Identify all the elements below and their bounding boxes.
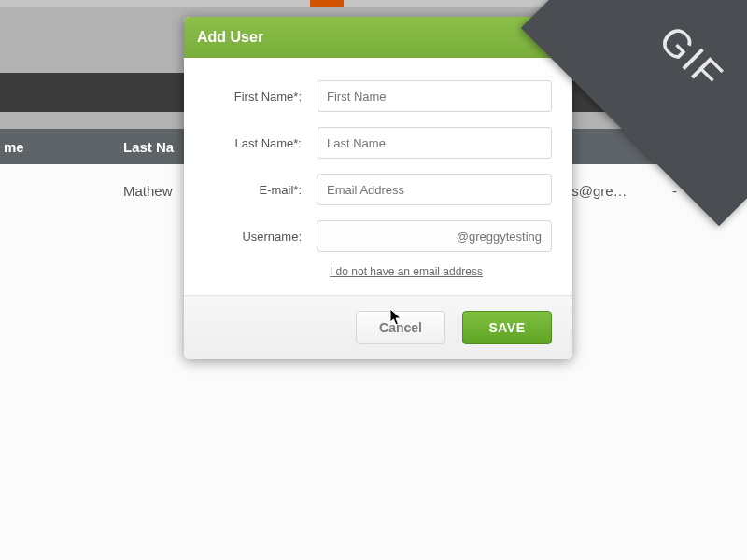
username-row: Username: (204, 220, 552, 252)
bg-row-dash: - (672, 183, 677, 199)
bg-row-email: /s@gre… (568, 183, 642, 199)
last-name-label: Last Name*: (204, 136, 317, 150)
username-input[interactable] (317, 220, 552, 252)
email-row: E-mail*: (204, 174, 552, 205)
modal-body: First Name*: Last Name*: E-mail*: Userna… (184, 58, 572, 295)
last-name-row: Last Name*: (204, 127, 552, 159)
bg-col-partial: me (4, 129, 24, 164)
close-icon[interactable]: ✕ (543, 29, 559, 46)
bg-row-first-name: Mathew (123, 183, 173, 199)
first-name-row: First Name*: (204, 80, 552, 112)
modal-footer: Cancel SAVE (184, 295, 572, 359)
email-label: E-mail*: (204, 183, 317, 197)
modal-title: Add User (197, 29, 263, 46)
last-name-input[interactable] (317, 127, 552, 159)
add-user-modal: Add User ✕ First Name*: Last Name*: E-ma… (184, 17, 572, 359)
modal-header: Add User ✕ (184, 17, 572, 58)
no-email-row: I do not have an email address (204, 265, 552, 278)
no-email-link[interactable]: I do not have an email address (330, 265, 483, 278)
cancel-button[interactable]: Cancel (356, 311, 445, 344)
bg-accent-tab (310, 0, 344, 7)
username-label: Username: (204, 230, 317, 244)
bg-col-last-name: Last Na (123, 129, 174, 164)
bg-strip (0, 0, 747, 7)
first-name-label: First Name*: (204, 90, 317, 104)
first-name-input[interactable] (317, 80, 552, 112)
save-button[interactable]: SAVE (462, 311, 552, 344)
email-input[interactable] (317, 174, 552, 205)
